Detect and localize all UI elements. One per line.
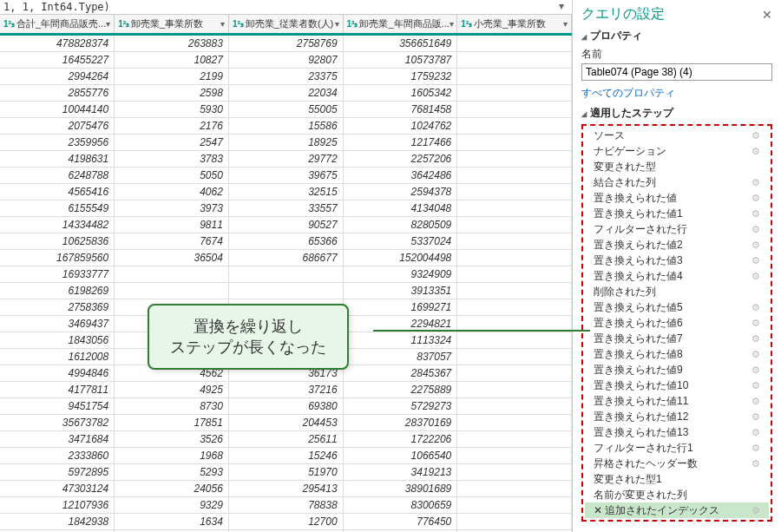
cell[interactable]: 3783 — [115, 151, 229, 167]
column-filter-icon[interactable]: ▾ — [563, 19, 568, 29]
table-row[interactable]: 34716843526256111722206 — [0, 431, 572, 448]
cell[interactable]: 1699271 — [343, 299, 457, 316]
cell[interactable]: 24056 — [115, 481, 229, 497]
cell[interactable] — [457, 250, 572, 266]
query-name-input[interactable] — [581, 63, 772, 81]
applied-step[interactable]: 置き換えられた値6⚙ — [585, 315, 769, 331]
cell[interactable] — [457, 332, 572, 349]
cell[interactable] — [457, 135, 572, 151]
gear-icon[interactable]: ⚙ — [751, 349, 760, 360]
gear-icon[interactable]: ⚙ — [751, 146, 760, 157]
column-filter-icon[interactable]: ▾ — [450, 19, 454, 29]
cell[interactable] — [457, 497, 572, 514]
gear-icon[interactable]: ⚙ — [751, 333, 760, 345]
cell[interactable] — [457, 118, 572, 135]
applied-step[interactable]: 置き換えられた値13⚙ — [585, 424, 769, 440]
cell[interactable] — [457, 464, 572, 481]
cell[interactable]: 9811 — [115, 217, 229, 233]
table-row[interactable]: 20754762176155861024762 — [0, 118, 572, 135]
cell[interactable]: 837057 — [343, 349, 457, 365]
column-header[interactable]: 1²₃卸売業_事業所数▾ — [115, 15, 229, 35]
cell[interactable] — [228, 266, 343, 283]
applied-step[interactable]: 昇格されたヘッダー数⚙ — [585, 456, 769, 471]
table-row[interactable]: 4788283742638832758769356651649 — [0, 35, 572, 52]
cell[interactable]: 55005 — [228, 102, 343, 118]
gear-icon[interactable]: ⚙ — [751, 240, 760, 251]
gear-icon[interactable]: ⚙ — [751, 365, 760, 376]
cell[interactable]: 4062 — [115, 184, 229, 200]
cell[interactable]: 2758769 — [228, 35, 343, 52]
table-row[interactable]: 1842938163412700776450 — [0, 514, 572, 530]
applied-step[interactable]: 置き換えられた値12⚙ — [585, 409, 769, 424]
cell[interactable]: 35673782 — [0, 415, 115, 431]
cell[interactable]: 2845367 — [343, 365, 457, 382]
cell[interactable]: 2547 — [115, 135, 229, 151]
cell[interactable]: 78838 — [228, 497, 343, 514]
cell[interactable] — [457, 217, 572, 233]
table-row[interactable]: 23599562547189251217466 — [0, 135, 572, 151]
cell[interactable]: 8730 — [115, 398, 229, 415]
table-row[interactable]: 61555493973335574134048 — [0, 200, 572, 217]
cell[interactable]: 39675 — [228, 167, 343, 184]
cell[interactable]: 1843056 — [0, 332, 115, 349]
cell[interactable]: 65366 — [228, 233, 343, 250]
gear-icon[interactable]: ⚙ — [751, 396, 760, 407]
close-icon[interactable]: ✕ — [762, 8, 772, 22]
table-row[interactable]: 169337779324909 — [0, 266, 572, 283]
cell[interactable]: 8300659 — [343, 497, 457, 514]
cell[interactable] — [457, 382, 572, 398]
cell[interactable]: 2333860 — [0, 448, 115, 464]
cell[interactable]: 90527 — [228, 217, 343, 233]
cell[interactable]: 3973 — [115, 200, 229, 217]
applied-step[interactable]: 変更された型 — [585, 159, 769, 174]
cell[interactable]: 152004498 — [343, 250, 457, 266]
cell[interactable]: 2257206 — [343, 151, 457, 167]
cell[interactable]: 10827 — [115, 52, 229, 69]
cell[interactable]: 15586 — [228, 118, 343, 135]
cell[interactable]: 5930 — [115, 102, 229, 118]
cell[interactable]: 5293 — [115, 464, 229, 481]
cell[interactable]: 4177811 — [0, 382, 115, 398]
cell[interactable] — [457, 365, 572, 382]
cell[interactable] — [457, 283, 572, 299]
cell[interactable]: 22034 — [228, 85, 343, 102]
cell[interactable]: 4994846 — [0, 365, 115, 382]
gear-icon[interactable]: ⚙ — [751, 193, 760, 204]
cell[interactable]: 1113324 — [343, 332, 457, 349]
applied-step[interactable]: 置き換えられた値7⚙ — [585, 331, 769, 346]
column-header[interactable]: 1²₃小売業_事業所数▾ — [457, 15, 572, 35]
cell[interactable] — [457, 184, 572, 200]
cell[interactable] — [457, 151, 572, 167]
cell[interactable]: 3419213 — [343, 464, 457, 481]
cell[interactable]: 686677 — [228, 250, 343, 266]
cell[interactable]: 38901689 — [343, 481, 457, 497]
cell[interactable]: 28370169 — [343, 415, 457, 431]
cell[interactable]: 1968 — [115, 448, 229, 464]
cell[interactable]: 25611 — [228, 431, 343, 448]
cell[interactable]: 204453 — [228, 415, 343, 431]
cell[interactable]: 167859560 — [0, 250, 115, 266]
cell[interactable] — [457, 52, 572, 69]
cell[interactable]: 10573787 — [343, 52, 457, 69]
cell[interactable]: 1759232 — [343, 69, 457, 85]
cell[interactable]: 6155549 — [0, 200, 115, 217]
column-header[interactable]: 1²₃卸売業_従業者数(人)▾ — [228, 15, 343, 35]
cell[interactable] — [115, 283, 229, 299]
cell[interactable]: 8280509 — [343, 217, 457, 233]
cell[interactable]: 2594378 — [343, 184, 457, 200]
applied-steps-header[interactable]: 適用したステップ — [581, 106, 772, 121]
cell[interactable]: 10044140 — [0, 102, 115, 118]
applied-step[interactable]: 置き換えられた値9⚙ — [585, 362, 769, 378]
cell[interactable] — [457, 233, 572, 250]
gear-icon[interactable]: ⚙ — [751, 255, 760, 266]
cell[interactable] — [457, 85, 572, 102]
table-row[interactable]: 41778114925372162275889 — [0, 382, 572, 398]
applied-step[interactable]: ナビゲーション⚙ — [585, 143, 769, 159]
cell[interactable]: 16933777 — [0, 266, 115, 283]
applied-step[interactable]: ✕ 追加されたインデックス⚙ — [585, 502, 769, 518]
table-row[interactable]: 16455227108279280710573787 — [0, 52, 572, 69]
table-row[interactable]: 106258367674653665337024 — [0, 233, 572, 250]
cell[interactable]: 9451754 — [0, 398, 115, 415]
cell[interactable]: 12700 — [228, 514, 343, 530]
table-row[interactable]: 41986313783297722257206 — [0, 151, 572, 167]
